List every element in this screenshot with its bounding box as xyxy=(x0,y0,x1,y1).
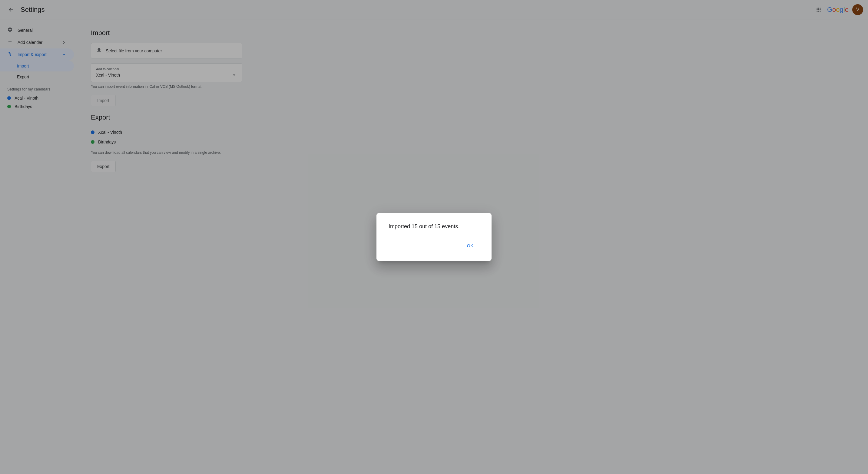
ok-button[interactable]: OK xyxy=(461,240,479,251)
dialog-actions: OK xyxy=(389,240,479,251)
dialog-message: Imported 15 out of 15 events. xyxy=(389,223,479,230)
dialog-overlay: Imported 15 out of 15 events. OK xyxy=(0,0,868,474)
dialog: Imported 15 out of 15 events. OK xyxy=(376,213,492,261)
